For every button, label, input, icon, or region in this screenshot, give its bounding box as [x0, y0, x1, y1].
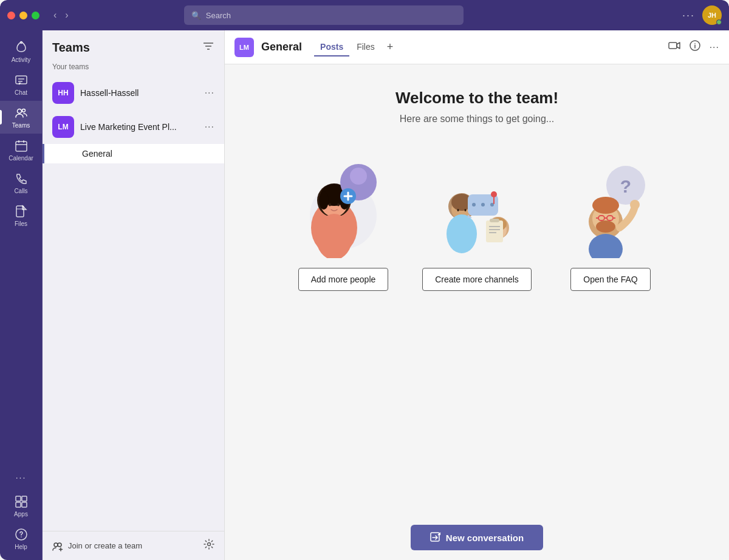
channel-avatar: LM [234, 38, 254, 57]
svg-point-52 [481, 203, 485, 207]
sidebar-item-files[interactable]: Files [0, 199, 42, 232]
svg-point-49 [447, 214, 477, 253]
icon-sidebar: Activity Chat [0, 30, 43, 560]
search-bar[interactable]: 🔍 Search [184, 5, 464, 25]
avatar-initials: JH [708, 12, 716, 19]
team-more-button-hassell[interactable]: ··· [205, 87, 214, 98]
channel-more-icon[interactable]: ··· [710, 42, 719, 53]
add-tab-button[interactable]: + [382, 38, 399, 56]
sidebar-item-help[interactable]: Help [14, 522, 29, 555]
help-icon [14, 527, 29, 542]
svg-point-75 [596, 220, 615, 233]
join-create-label: Join or create a team [68, 541, 142, 550]
welcome-area: Welcome to the team! Here are some thing… [225, 64, 729, 515]
title-bar-right: ··· JH [682, 5, 722, 25]
action-card-add-people: Add more people [289, 149, 398, 291]
svg-point-36 [337, 203, 340, 207]
traffic-lights [7, 12, 39, 19]
user-avatar[interactable]: JH [702, 5, 722, 25]
maximize-button[interactable] [32, 12, 39, 19]
nav-forward-button[interactable]: › [62, 9, 71, 22]
team-more-button-lm[interactable]: ··· [205, 121, 214, 132]
chat-label: Chat [15, 89, 27, 96]
svg-rect-15 [22, 502, 27, 507]
svg-rect-1 [16, 76, 27, 84]
svg-point-27 [694, 43, 696, 44]
main-layout: Activity Chat [0, 30, 729, 560]
svg-point-4 [17, 109, 21, 114]
tab-posts[interactable]: Posts [314, 38, 349, 56]
apps-icon [14, 494, 29, 509]
channel-header-right: ··· [668, 39, 719, 55]
sidebar-item-more[interactable]: ··· [14, 465, 29, 490]
calendar-icon [14, 138, 29, 153]
svg-rect-78 [431, 533, 439, 541]
svg-point-57 [491, 191, 497, 197]
calendar-label: Calendar [9, 155, 33, 162]
sidebar-item-calls[interactable]: Calls [0, 166, 42, 199]
nav-back-button[interactable]: ‹ [50, 9, 60, 22]
svg-rect-24 [669, 43, 677, 49]
svg-rect-14 [16, 502, 21, 507]
svg-point-51 [472, 203, 476, 207]
svg-point-33 [319, 191, 329, 210]
new-conversation-button[interactable]: New conversation [411, 525, 543, 550]
sidebar-item-chat[interactable]: Chat [0, 68, 42, 101]
svg-rect-6 [16, 142, 27, 151]
video-call-icon[interactable] [668, 39, 680, 55]
channel-title: General [261, 41, 302, 53]
sidebar-item-calendar[interactable]: Calendar [0, 134, 42, 166]
channel-name-general: General [82, 149, 112, 159]
svg-point-17 [21, 536, 22, 538]
svg-point-69 [592, 197, 619, 214]
add-more-people-button[interactable]: Add more people [298, 268, 389, 291]
filter-icon[interactable] [202, 40, 214, 55]
welcome-subtitle: Here are some things to get going... [400, 114, 554, 125]
tab-files[interactable]: Files [351, 38, 381, 56]
close-button[interactable] [7, 12, 15, 19]
more-icon: ··· [14, 470, 29, 485]
files-icon [14, 204, 29, 219]
your-teams-label: Your teams [43, 60, 224, 76]
svg-point-21 [54, 543, 58, 547]
new-conversation-bar: New conversation [225, 515, 729, 560]
svg-point-23 [208, 543, 211, 546]
team-item-hassell[interactable]: HH Hassell-Hassell ··· [43, 76, 224, 110]
svg-point-47 [457, 209, 459, 211]
illustration-add-people [295, 149, 392, 258]
avatar-status [716, 19, 722, 25]
svg-point-5 [22, 109, 25, 112]
sidebar-item-teams[interactable]: Teams [0, 101, 42, 134]
info-icon[interactable] [689, 39, 701, 55]
create-channels-button[interactable]: Create more channels [422, 268, 532, 291]
open-faq-button[interactable]: Open the FAQ [570, 268, 651, 291]
svg-text:?: ? [620, 176, 631, 196]
compose-icon [430, 532, 441, 543]
teams-panel-title: Teams [52, 41, 90, 55]
settings-icon[interactable] [204, 539, 214, 553]
channel-avatar-initials: LM [239, 44, 249, 51]
calls-icon [14, 171, 29, 186]
teams-panel-footer: Join or create a team [43, 531, 224, 560]
more-options-button[interactable]: ··· [682, 9, 695, 22]
minimize-button[interactable] [19, 12, 27, 19]
action-card-channels: Create more channels [422, 149, 532, 291]
teams-label: Teams [12, 122, 30, 129]
title-bar: ‹ › 🔍 Search ··· JH [0, 0, 729, 30]
channel-tabs: Posts Files + [314, 38, 398, 56]
team-avatar-hassell: HH [52, 82, 74, 104]
channel-item-general[interactable]: General [43, 144, 224, 163]
join-create-button[interactable]: Join or create a team [52, 541, 142, 551]
files-label: Files [15, 220, 27, 227]
team-avatar-lm: LM [52, 116, 74, 138]
activity-icon [14, 40, 29, 55]
team-name-hassell: Hassell-Hassell [80, 88, 199, 98]
svg-point-0 [20, 42, 22, 44]
team-item-lm[interactable]: LM Live Marketing Event Pl... ··· [43, 110, 224, 144]
teams-icon [14, 106, 29, 120]
sidebar-item-activity[interactable]: Activity [0, 35, 42, 68]
active-indicator [0, 110, 2, 125]
action-cards: Add more people [289, 149, 665, 291]
sidebar-item-apps[interactable]: Apps [14, 490, 29, 522]
calls-label: Calls [14, 188, 27, 194]
